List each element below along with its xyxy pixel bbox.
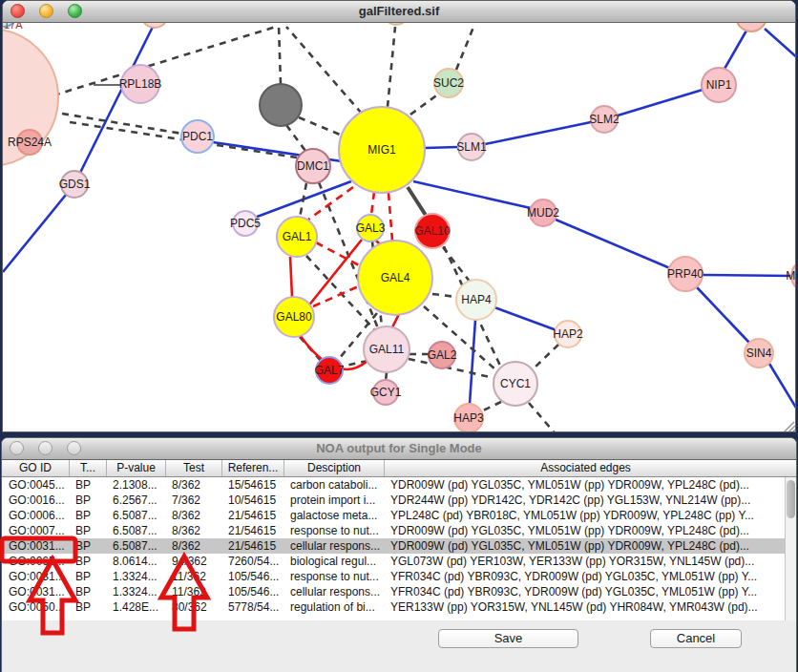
column-header[interactable]: Desciption (284, 460, 384, 476)
column-header[interactable]: Test (165, 460, 221, 476)
network-edge (410, 94, 439, 115)
network-edge (432, 294, 456, 297)
table-cell: YER133W (pp) YOR315W, YNL145W (pd) YHR08… (384, 599, 787, 615)
network-edge (371, 192, 374, 215)
table-cell: 2.1308... (106, 477, 165, 493)
network-edge (765, 29, 795, 59)
noa-output-window: NOA output for Single Mode GO IDT...P-va… (1, 437, 797, 672)
network-edge (470, 320, 475, 404)
table-cell: 21/54615 (221, 523, 284, 538)
network-node-label-MUD2: MUD2 (527, 206, 559, 220)
table-cell: 105/546... (221, 584, 284, 599)
network-edge (532, 345, 558, 370)
column-header[interactable]: P-value (106, 460, 165, 476)
network-edge (618, 90, 703, 116)
network-node-label-SUC2: SUC2 (433, 76, 464, 90)
table-row[interactable]: GO:0031...BP6.5087...8/36221/54615cellul… (2, 538, 796, 554)
zoom-button[interactable] (68, 4, 82, 18)
network-node-label-GAL11: GAL11 (369, 343, 405, 356)
table-scrollbar[interactable] (785, 477, 796, 620)
network-edge (279, 25, 281, 84)
table-cell: 8.0614... (106, 554, 165, 569)
network-edge (697, 287, 749, 343)
column-header[interactable]: Associated edges (384, 460, 787, 476)
network-edge (316, 242, 361, 266)
table-cell: response to nut... (284, 523, 384, 538)
table-cell: 1.428E... (106, 599, 165, 615)
table-cell: 1.3324... (106, 569, 165, 584)
network-edge (494, 307, 556, 330)
zoom-button[interactable] (67, 441, 81, 455)
table-cell: biological regul... (284, 554, 384, 569)
table-cell: GO:0031... (2, 538, 69, 554)
noa-window-titlebar[interactable]: NOA output for Single Mode (2, 438, 796, 460)
table-row[interactable]: GO:0016...BP6.2567...7/36210/54615protei… (2, 493, 796, 508)
table-cell: BP (69, 523, 106, 538)
table-cell: YDR244W (pp) YDR142C, YDR142C (pp) YGL15… (384, 493, 787, 508)
network-node-label-RPS24A: RPS24A (8, 136, 52, 149)
table-row[interactable]: GO:0050...BP1.428E...80/3625778/54...reg… (2, 599, 796, 615)
network-node-label-GAL80: GAL80 (276, 310, 312, 324)
table-cell: YDR009W (pd) YGL035C, YML051W (pp) YDR00… (384, 523, 787, 538)
network-edge (388, 193, 392, 241)
network-node-top-green[interactable] (384, 23, 409, 25)
table-cell: cellular respons... (284, 538, 384, 554)
network-node-top-right-pink[interactable] (736, 23, 766, 32)
table-cell: 11/362 (165, 584, 221, 599)
network-node-label-HAP3: HAP3 (453, 411, 484, 425)
network-edge (769, 364, 795, 412)
network-edge (443, 247, 471, 283)
table-row[interactable]: GO:0031...BP1.3324...11/362105/546...cel… (2, 584, 796, 599)
network-node-top-pink[interactable] (141, 23, 168, 28)
table-cell: GO:0016... (2, 493, 69, 508)
close-button[interactable] (10, 441, 24, 455)
network-edge (425, 147, 458, 148)
column-header[interactable]: Referen... (221, 460, 284, 476)
table-row[interactable]: GO:0065...BP8.0614...94/3627260/54...bio… (2, 554, 796, 569)
network-node-label-DMC1: DMC1 (297, 159, 329, 173)
network-node-label-PRP40: PRP40 (667, 267, 704, 281)
table-cell: 15/54615 (221, 477, 284, 493)
table-cell: 21/54615 (221, 538, 284, 554)
table-cell: 8/362 (165, 477, 221, 493)
network-node-label-PDC5: PDC5 (230, 217, 261, 230)
table-cell: GO:0031... (2, 569, 69, 584)
network-node-label-MSL5: MSL5 (786, 269, 795, 283)
close-button[interactable] (10, 4, 25, 18)
minimize-button[interactable] (39, 4, 53, 18)
column-header[interactable]: GO ID (2, 460, 69, 476)
table-row[interactable]: GO:0031...BP1.3324...11/362105/546...res… (2, 569, 796, 584)
network-canvas[interactable]: RPL18BRPS24AGDS1PDC1PDC5DMC1MIG1SUC2SLM1… (3, 23, 795, 432)
table-cell: 8/362 (165, 538, 221, 554)
network-edge (703, 275, 791, 276)
network-node-label-GAL2: GAL2 (428, 348, 457, 362)
resize-grip[interactable] (784, 422, 794, 432)
cancel-button[interactable]: Cancel (650, 629, 742, 648)
network-window-titlebar[interactable]: galFiltered.sif (3, 1, 795, 23)
table-cell: 6.5087... (106, 523, 165, 538)
table-cell: 11/362 (165, 569, 221, 584)
network-node-label-GAL4: GAL4 (381, 271, 410, 284)
table-cell: 6.5087... (106, 538, 165, 554)
network-node-gray-node[interactable] (260, 84, 302, 126)
table-cell: 10/54615 (221, 493, 284, 508)
network-edge (481, 402, 501, 411)
table-cell: BP (69, 554, 106, 569)
table-cell: BP (69, 538, 106, 554)
table-cell: 1.3324... (106, 584, 165, 599)
save-button[interactable]: Save (438, 629, 578, 648)
table-cell: GO:0007... (2, 523, 69, 538)
table-row[interactable]: GO:0045...BP2.1308...8/36215/54615carbon… (2, 477, 796, 493)
table-row[interactable]: GO:0006...BP6.5087...8/36221/54615galact… (2, 508, 796, 523)
scrollbar-thumb[interactable] (787, 480, 795, 518)
network-edge (388, 27, 395, 107)
network-node-label-PDC1: PDC1 (182, 130, 213, 143)
network-edge (3, 184, 74, 272)
column-header[interactable]: T... (69, 460, 106, 476)
table-cell: 5778/54... (221, 599, 284, 615)
network-edge (456, 25, 474, 70)
network-window: galFiltered.sif RPL18BRPS24AGDS1PDC1PDC5… (2, 0, 796, 432)
table-cell: 7/362 (165, 493, 221, 508)
minimize-button[interactable] (38, 441, 52, 455)
table-row[interactable]: GO:0007...BP6.5087...8/36221/54615respon… (2, 523, 796, 538)
